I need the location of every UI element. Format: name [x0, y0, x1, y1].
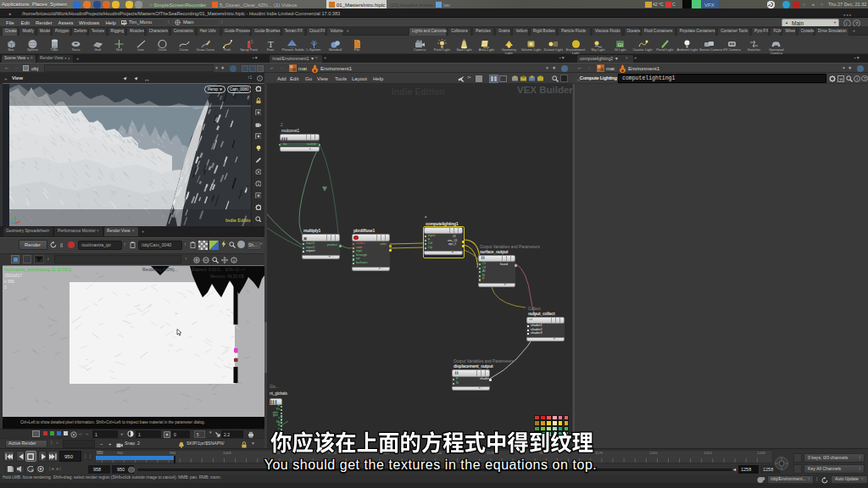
svg-text:GI: GI: [618, 42, 624, 47]
